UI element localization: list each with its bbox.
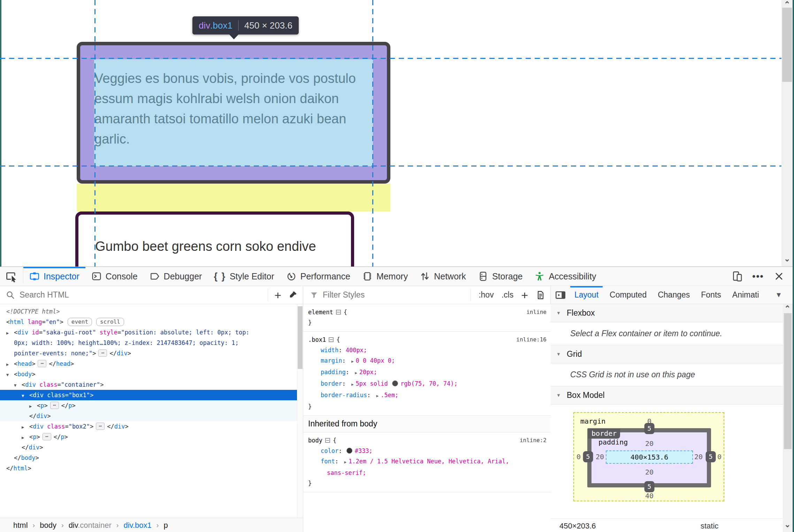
rule-source-link[interactable]: inline <box>526 307 547 317</box>
markup-row[interactable]: ▶<p>⋯</p> <box>0 432 297 442</box>
padding-top-value[interactable]: 20 <box>645 439 654 448</box>
color-swatch[interactable] <box>346 448 352 454</box>
rule-selector[interactable]: element <box>308 309 333 316</box>
markup-row[interactable]: ▶<div id="saka-gui-root" style="position… <box>0 327 297 338</box>
sidebar-tab-computed[interactable]: Computed <box>604 286 652 304</box>
collapsed-content-icon[interactable]: ⋯ <box>50 402 59 409</box>
devtools-tab-inspector[interactable]: Inspector <box>23 267 85 286</box>
css-declaration[interactable]: border-radius: ▶.5em; <box>308 390 547 401</box>
add-rule-button[interactable]: + <box>521 289 528 301</box>
expanded-twisty-icon[interactable]: ▼ <box>22 391 29 401</box>
css-declaration[interactable]: border: ▶5px solid rgb(75, 70, 74); <box>308 378 547 390</box>
selector-highlighter-icon[interactable] <box>325 438 330 443</box>
sidebar-scroll-up-icon[interactable]: ⌃ <box>784 305 791 313</box>
color-swatch[interactable] <box>392 380 398 386</box>
markup-row[interactable]: 0px; width: 100%; height…100%; z-index: … <box>0 338 297 348</box>
devtools-tab-memory[interactable]: Memory <box>356 267 414 286</box>
margin-left-value[interactable]: 0 <box>577 453 581 461</box>
event-badge[interactable]: event <box>68 318 92 326</box>
filter-styles-input[interactable]: Filter Styles <box>323 290 365 300</box>
css-declaration[interactable]: font: ▶1.2em / 1.5 Helvetica Neue, Helve… <box>308 456 547 468</box>
selector-highlighter-icon[interactable] <box>329 337 334 342</box>
padding-left-value[interactable]: 20 <box>596 453 604 461</box>
markup-row[interactable]: </div> <box>0 411 297 421</box>
rule-selector[interactable]: .box1 <box>308 336 326 343</box>
expand-shorthand-icon[interactable]: ▶ <box>355 371 357 375</box>
expanded-twisty-icon[interactable]: ▼ <box>14 380 22 391</box>
margin-bottom-value[interactable]: 40 <box>645 492 654 500</box>
css-declaration[interactable]: color: #333; <box>308 446 547 456</box>
responsive-design-mode-button[interactable] <box>729 268 745 284</box>
markup-scrollbar-thumb[interactable] <box>298 306 303 369</box>
markup-row[interactable]: ▶<div class="box2">⋯</div> <box>0 421 297 432</box>
grid-section-header[interactable]: ▼ Grid <box>551 345 794 363</box>
collapsed-twisty-icon[interactable]: ▶ <box>29 401 37 411</box>
css-declaration[interactable]: width: 400px; <box>308 345 547 355</box>
expand-shorthand-icon[interactable]: ▶ <box>351 382 354 387</box>
devtools-tab-debugger[interactable]: Debugger <box>144 267 208 286</box>
sidebar-toggle-icon[interactable] <box>555 290 566 301</box>
devtools-tab-style-editor[interactable]: { }Style Editor <box>208 267 280 286</box>
markup-row[interactable]: </body> <box>0 453 297 463</box>
collapsed-twisty-icon[interactable]: ▶ <box>6 328 14 338</box>
expand-shorthand-icon[interactable]: ▶ <box>351 359 354 364</box>
rule-source-link[interactable]: inline:16 <box>516 334 547 345</box>
flexbox-section-header[interactable]: ▼ Flexbox <box>551 304 794 322</box>
sidebar-all-tabs-icon[interactable]: ▼ <box>775 291 794 299</box>
page-scrollbar-thumb[interactable] <box>782 8 792 82</box>
devtools-tab-storage[interactable]: Storage <box>472 267 529 286</box>
collapsed-content-icon[interactable]: ⋯ <box>98 349 107 357</box>
css-declaration[interactable]: margin: ▶0 0 40px 0; <box>308 355 547 367</box>
eyedropper-button[interactable] <box>288 290 298 300</box>
padding-right-value[interactable]: 20 <box>694 453 703 461</box>
devtools-close-button[interactable] <box>771 268 787 284</box>
markup-row[interactable]: <html lang="en">eventscroll <box>0 317 297 327</box>
devtools-tab-console[interactable]: Console <box>85 267 144 286</box>
expand-shorthand-icon[interactable]: ▶ <box>344 460 346 464</box>
add-node-button[interactable]: + <box>274 289 281 301</box>
sidebar-tab-changes[interactable]: Changes <box>652 286 695 304</box>
border-right-value[interactable]: 5 <box>706 451 716 462</box>
padding-bottom-value[interactable]: 20 <box>645 468 654 476</box>
boxmodel-content-box[interactable]: 400×153.6 <box>606 450 693 464</box>
markup-row[interactable]: </div> <box>0 442 297 453</box>
collapsed-twisty-icon[interactable]: ▶ <box>22 422 29 432</box>
search-input[interactable]: Search HTML <box>20 290 69 300</box>
selector-highlighter-icon[interactable] <box>336 310 341 315</box>
markup-row[interactable]: ▼<div class="container"> <box>0 379 297 390</box>
scroll-up-icon[interactable]: ⌃ <box>784 1 790 8</box>
print-simulation-icon[interactable] <box>536 290 545 300</box>
rule-selector[interactable]: body <box>308 437 322 444</box>
devtools-meatball-menu-button[interactable]: ••• <box>750 268 766 284</box>
devtools-tab-accessibility[interactable]: Accessibility <box>528 267 602 286</box>
breadcrumb-item-html[interactable]: html <box>13 521 28 530</box>
collapsed-content-icon[interactable]: ⋯ <box>43 433 51 440</box>
border-bottom-value[interactable]: 5 <box>644 481 655 492</box>
sidebar-scrollbar-thumb[interactable] <box>784 313 792 449</box>
rule-source-link[interactable]: inline:2 <box>520 435 547 446</box>
expand-shorthand-icon[interactable]: ▶ <box>376 394 379 398</box>
markup-row[interactable]: ▼<body> <box>0 369 297 379</box>
markup-row[interactable]: ▶<head>⋯</head> <box>0 358 297 369</box>
pseudo-class-toggle[interactable]: :hov <box>479 290 494 300</box>
breadcrumb-item-p[interactable]: p <box>163 521 168 530</box>
scroll-badge[interactable]: scroll <box>96 318 124 326</box>
margin-right-value[interactable]: 0 <box>717 453 722 461</box>
collapsed-content-icon[interactable]: ⋯ <box>96 423 105 430</box>
markup-row[interactable]: pointer-events: none;">⋯</div> <box>0 348 297 358</box>
collapsed-twisty-icon[interactable]: ▶ <box>22 432 29 443</box>
markup-row-selected[interactable]: ▼<div class="box1"> <box>0 390 297 400</box>
class-toggle[interactable]: .cls <box>502 290 514 300</box>
devtools-tab-performance[interactable]: Performance <box>280 267 356 286</box>
sidebar-tab-layout[interactable]: Layout <box>569 286 604 304</box>
markup-row[interactable]: <!DOCTYPE html> <box>0 306 297 317</box>
collapsed-content-icon[interactable]: ⋯ <box>38 360 46 367</box>
markup-row[interactable]: ▶<p>⋯</p> <box>0 400 297 411</box>
breadcrumb-item-div[interactable]: div.container <box>69 521 112 530</box>
markup-row[interactable]: </html> <box>0 463 297 473</box>
sidebar-scroll-down-icon[interactable]: ⌄ <box>784 521 791 529</box>
devtools-tab-network[interactable]: Network <box>414 267 472 286</box>
collapsed-twisty-icon[interactable]: ▶ <box>6 359 14 370</box>
border-left-value[interactable]: 5 <box>583 451 593 462</box>
border-top-value[interactable]: 5 <box>644 423 655 434</box>
